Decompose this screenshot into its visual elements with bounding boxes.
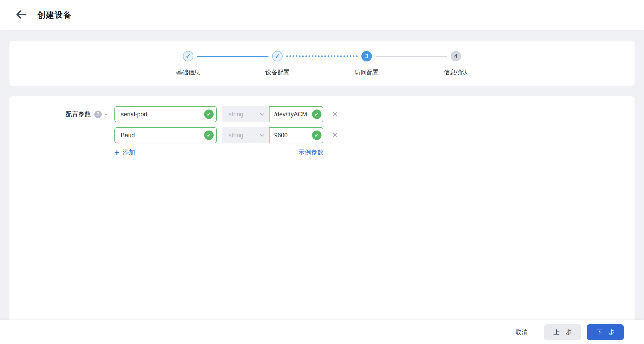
param-name-field: ✓: [114, 127, 217, 143]
page-title: 创建设备: [37, 9, 72, 20]
page-header: 创建设备: [0, 0, 644, 30]
param-name-input[interactable]: [114, 106, 217, 122]
required-asterisk: *: [105, 109, 107, 119]
step-access-config: 3 访问配置: [322, 51, 411, 76]
check-icon: ✓: [186, 53, 191, 60]
valid-check-icon: ✓: [312, 131, 321, 140]
close-icon: ✕: [332, 110, 338, 118]
step-pending-circle: 4: [451, 51, 461, 61]
param-type-value: string: [229, 111, 243, 118]
step-device-config: ✓ 设备配置: [233, 51, 322, 76]
step-label: 设备配置: [265, 68, 289, 76]
step-info-confirm: 4 信息确认: [411, 51, 500, 76]
step-wizard: ✓ 基础信息 ✓ 设备配置 3 访问配置 4 信息确认: [144, 51, 500, 76]
previous-step-button[interactable]: 上一步: [544, 324, 581, 340]
next-step-button[interactable]: 下一步: [587, 324, 624, 340]
param-type-select[interactable]: string: [222, 106, 269, 122]
check-icon: ✓: [275, 53, 280, 60]
config-params-card: 配置参数 ? * ✓ string ✓ ✕: [9, 96, 635, 320]
param-name-input[interactable]: [114, 127, 217, 143]
param-links-row: + 添加 示例参数: [114, 148, 324, 157]
plus-icon: +: [114, 148, 119, 157]
cancel-button[interactable]: 取消: [515, 328, 527, 336]
footer-action-bar: 取消 上一步 下一步: [0, 320, 644, 344]
param-row: ✓ string ✓ ✕: [114, 127, 338, 143]
step-connector-dotted: [286, 55, 358, 57]
step-wizard-card: ✓ 基础信息 ✓ 设备配置 3 访问配置 4 信息确认: [9, 41, 635, 86]
step-label: 基础信息: [176, 68, 200, 76]
step-connector-done: [197, 56, 268, 57]
remove-param-button[interactable]: ✕: [332, 110, 338, 118]
config-params-label: 配置参数: [66, 110, 91, 118]
arrow-left-icon: [15, 10, 27, 20]
param-type-select[interactable]: string: [222, 127, 269, 143]
add-param-button[interactable]: + 添加: [114, 148, 135, 157]
valid-check-icon: ✓: [204, 131, 214, 140]
param-type-value: string: [229, 132, 243, 139]
close-icon: ✕: [332, 131, 338, 139]
step-done-circle: ✓: [272, 51, 283, 61]
help-icon[interactable]: ?: [94, 111, 102, 118]
add-param-label: 添加: [123, 148, 135, 157]
check-glyph: ✓: [315, 111, 319, 117]
step-done-circle: ✓: [183, 51, 193, 61]
chevron-down-icon: [260, 132, 265, 137]
back-button[interactable]: [15, 10, 27, 20]
check-glyph: ✓: [315, 132, 319, 138]
step-basic-info: ✓ 基础信息: [144, 51, 233, 76]
valid-check-icon: ✓: [204, 110, 214, 119]
step-active-circle: 3: [361, 51, 372, 61]
remove-param-button[interactable]: ✕: [332, 131, 338, 139]
step-label: 信息确认: [444, 68, 468, 76]
example-params-link[interactable]: 示例参数: [298, 148, 324, 157]
step-label: 访问配置: [355, 68, 379, 76]
param-row: ✓ string ✓ ✕: [114, 106, 338, 122]
param-value-field: ✓: [269, 127, 323, 143]
chevron-down-icon: [260, 111, 265, 116]
param-value-field: ✓: [269, 106, 323, 122]
config-params-label-row: 配置参数 ? *: [66, 106, 107, 122]
param-type-value-group: string ✓: [222, 127, 323, 143]
valid-check-icon: ✓: [312, 110, 321, 119]
check-glyph: ✓: [207, 111, 211, 117]
param-type-value-group: string ✓: [222, 106, 323, 122]
check-glyph: ✓: [207, 132, 211, 138]
step-connector-pending: [376, 56, 447, 57]
param-name-field: ✓: [114, 106, 217, 122]
